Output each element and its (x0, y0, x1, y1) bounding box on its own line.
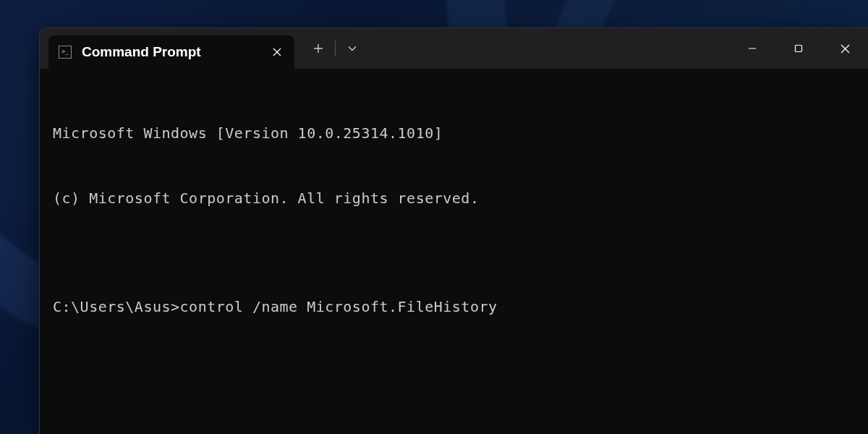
window-controls (729, 28, 868, 69)
terminal-window: Command Prompt (39, 27, 868, 434)
new-tab-button[interactable] (305, 35, 332, 61)
terminal-command-line: C:\Users\Asus>control /name Microsoft.Fi… (53, 296, 855, 318)
tab-title: Command Prompt (82, 44, 267, 60)
chevron-down-icon (348, 46, 357, 51)
minimize-button[interactable] (729, 28, 775, 69)
window-close-button[interactable] (822, 28, 868, 69)
tab-close-button[interactable] (267, 42, 287, 62)
plus-icon (313, 43, 323, 54)
svg-rect-5 (796, 46, 802, 52)
close-icon (273, 48, 281, 56)
titlebar-drag-area[interactable] (366, 28, 729, 69)
terminal-body[interactable]: Microsoft Windows [Version 10.0.25314.10… (40, 69, 868, 434)
terminal-prompt: C:\Users\Asus> (53, 298, 180, 315)
tab-command-prompt[interactable]: Command Prompt (48, 35, 294, 69)
close-icon (841, 44, 850, 54)
titlebar[interactable]: Command Prompt (40, 28, 868, 69)
maximize-icon (794, 44, 803, 53)
cmd-icon (59, 46, 72, 59)
maximize-button[interactable] (775, 28, 822, 69)
terminal-output-line: Microsoft Windows [Version 10.0.25314.10… (53, 122, 855, 144)
terminal-command: control /name Microsoft.FileHistory (180, 298, 498, 315)
tab-dropdown-button[interactable] (339, 35, 366, 61)
minimize-icon (748, 44, 757, 53)
terminal-output-line: (c) Microsoft Corporation. All rights re… (53, 187, 855, 209)
tab-actions (294, 28, 366, 69)
tab-divider (335, 41, 336, 56)
